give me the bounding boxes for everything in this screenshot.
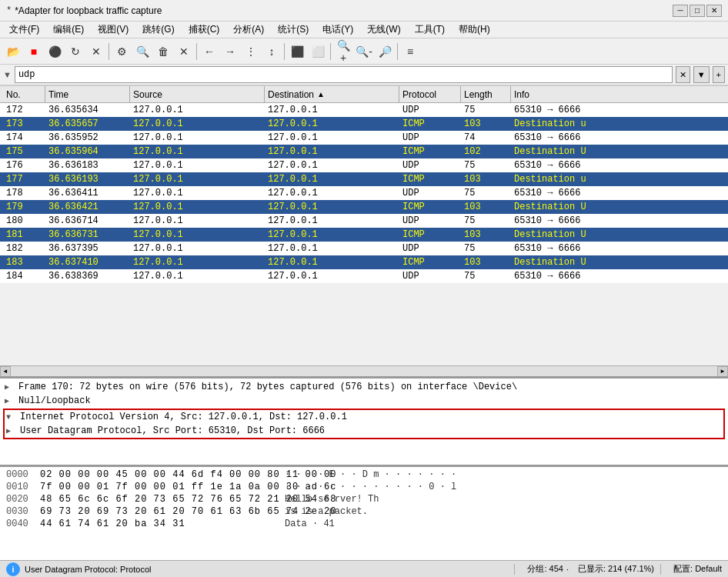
filter-clear-btn[interactable]: ✕ [676, 66, 690, 83]
table-row[interactable]: 18336.637410127.0.0.1127.0.0.1ICMP103Des… [0, 255, 728, 269]
filter-bar: ▼ udp ✕ ▼ + [0, 65, 728, 86]
toolbar-zoom-in[interactable]: 🔍+ [333, 42, 353, 62]
toolbar-btn12[interactable]: ⬜ [308, 42, 328, 62]
packet-list-area: No. Time Source Destination ▲ Protocol L… [0, 86, 728, 379]
menu-item-v[interactable]: 视图(V) [92, 22, 135, 38]
toolbar-btn3[interactable]: ↻ [65, 42, 85, 62]
toolbar-btn6[interactable]: 🔍 [132, 42, 152, 62]
col-header-length[interactable]: Length [461, 86, 511, 102]
toolbar-sep5 [397, 43, 398, 60]
packet-headers: No. Time Source Destination ▲ Protocol L… [0, 86, 728, 103]
status-label: User Datagram Protocol: Protocol [25, 565, 508, 574]
table-row[interactable]: 17636.636183127.0.0.1127.0.0.1UDP7565310… [0, 158, 728, 172]
col-header-info[interactable]: Info [511, 86, 725, 102]
window-title: *Adapter for loopback traffic capture [15, 5, 673, 16]
status-stats1: 分组: 454 [527, 563, 563, 575]
toolbar-save-btn[interactable]: ■ [24, 42, 44, 62]
toolbar-btn10[interactable]: ↕ [262, 42, 282, 62]
status-sep2 [660, 564, 661, 575]
status-stats2: 已显示: 214 (47.1%) [578, 563, 654, 575]
menu-item-t[interactable]: 工具(T) [409, 22, 451, 38]
menu-item-h[interactable]: 帮助(H) [452, 22, 496, 38]
col-header-source[interactable]: Source [130, 86, 265, 102]
toolbar-sep4 [330, 43, 331, 60]
menu-item-c[interactable]: 捕获(C) [182, 22, 226, 38]
status-stats3: 配置: Default [673, 563, 722, 575]
toolbar-zoom-reset[interactable]: 🔎 [375, 42, 395, 62]
menu-item-a[interactable]: 分析(A) [227, 22, 270, 38]
hex-row: 000002 00 00 00 45 00 00 44 6d f4 00 00 … [6, 469, 722, 481]
toolbar-btn7[interactable]: 🗑 [153, 42, 173, 62]
hex-area: 000002 00 00 00 45 00 00 44 6d f4 00 00 … [0, 467, 728, 560]
menu-item-e[interactable]: 编辑(E) [47, 22, 90, 38]
packet-list-scrollbar[interactable]: ◄ ► [0, 365, 728, 376]
toolbar-btn2[interactable]: ⚫ [45, 42, 65, 62]
table-row[interactable]: 18036.636714127.0.0.1127.0.0.1UDP7565310… [0, 214, 728, 228]
table-row[interactable]: 18436.638369127.0.0.1127.0.0.1UDP7565310… [0, 269, 728, 283]
menu-item-y[interactable]: 电话(Y) [316, 22, 359, 38]
expand-icon: ▶ [5, 396, 17, 405]
expand-icon: ▶ [5, 382, 17, 392]
toolbar-btn5[interactable]: ⚙ [112, 42, 132, 62]
window-controls: ─ □ ✕ [673, 5, 722, 17]
hex-row: 004044 61 74 61 20 ba 34 31Data · 41 [6, 518, 722, 530]
scroll-track[interactable] [11, 366, 717, 376]
status-icon: i [6, 562, 20, 576]
col-header-time[interactable]: Time [45, 86, 130, 102]
list-item[interactable]: ▶User Datagram Protocol, Src Port: 65310… [5, 424, 723, 438]
detail-highlighted-group: ▼Internet Protocol Version 4, Src: 127.0… [3, 409, 725, 439]
list-item[interactable]: ▶Frame 170: 72 bytes on wire (576 bits),… [3, 380, 725, 394]
filter-label: ▼ [3, 70, 12, 79]
menu-item-s[interactable]: 统计(S) [272, 22, 315, 38]
list-item[interactable]: ▶Null/Loopback [3, 394, 725, 408]
toolbar-sep2 [196, 43, 197, 60]
status-sep1 [514, 564, 515, 575]
table-row[interactable]: 17336.635657127.0.0.1127.0.0.1ICMP103Des… [0, 117, 728, 131]
table-row[interactable]: 17236.635634127.0.0.1127.0.0.1UDP7565310… [0, 103, 728, 117]
menu-bar: 文件(F)编辑(E)视图(V)跳转(G)捕获(C)分析(A)统计(S)电话(Y)… [0, 22, 728, 38]
table-row[interactable]: 17936.636421127.0.0.1127.0.0.1ICMP103Des… [0, 200, 728, 214]
main-content: No. Time Source Destination ▲ Protocol L… [0, 86, 728, 560]
filter-apply-btn[interactable]: + [713, 66, 725, 83]
toolbar-nav-fwd[interactable]: → [220, 42, 240, 62]
toolbar-btn8[interactable]: ✕ [174, 42, 194, 62]
table-row[interactable]: 17736.636193127.0.0.1127.0.0.1ICMP103Des… [0, 172, 728, 186]
menu-item-f[interactable]: 文件(F) [3, 22, 45, 38]
col-header-protocol[interactable]: Protocol [399, 86, 461, 102]
status-bar: i User Datagram Protocol: Protocol 分组: 4… [0, 560, 728, 577]
expand-icon: ▶ [6, 426, 18, 435]
title-asterisk: * [6, 5, 12, 16]
scroll-left-btn[interactable]: ◄ [0, 366, 11, 377]
close-button[interactable]: ✕ [706, 5, 722, 17]
toolbar-btn13[interactable]: ≡ [400, 42, 420, 62]
scroll-right-btn[interactable]: ► [717, 366, 728, 377]
filter-input[interactable]: udp [15, 66, 673, 83]
table-row[interactable]: 17436.635952127.0.0.1127.0.0.1UDP7465310… [0, 131, 728, 145]
toolbar: 📂 ■ ⚫ ↻ ✕ ⚙ 🔍 🗑 ✕ ← → ⋮ ↕ ⬛ ⬜ 🔍+ 🔍- 🔎 ≡ [0, 38, 728, 65]
toolbar-btn9[interactable]: ⋮ [241, 42, 261, 62]
toolbar-btn4[interactable]: ✕ [86, 42, 106, 62]
detail-area[interactable]: ▶Frame 170: 72 bytes on wire (576 bits),… [0, 379, 728, 467]
toolbar-zoom-out[interactable]: 🔍- [354, 42, 374, 62]
toolbar-sep1 [109, 43, 109, 60]
menu-item-w[interactable]: 无线(W) [361, 22, 406, 38]
title-bar: * *Adapter for loopback traffic capture … [0, 0, 728, 22]
table-row[interactable]: 18136.636731127.0.0.1127.0.0.1ICMP103Des… [0, 228, 728, 242]
table-row[interactable]: 17836.636411127.0.0.1127.0.0.1UDP7565310… [0, 186, 728, 200]
minimize-button[interactable]: ─ [673, 5, 688, 17]
hex-row: 002048 65 6c 6c 6f 20 73 65 72 76 65 72 … [6, 493, 722, 505]
maximize-button[interactable]: □ [690, 5, 705, 17]
toolbar-open-btn[interactable]: 📂 [3, 42, 23, 62]
packet-list[interactable]: 17236.635634127.0.0.1127.0.0.1UDP7565310… [0, 103, 728, 365]
toolbar-btn11[interactable]: ⬛ [287, 42, 307, 62]
list-item[interactable]: ▼Internet Protocol Version 4, Src: 127.0… [5, 410, 723, 424]
table-row[interactable]: 18236.637395127.0.0.1127.0.0.1UDP7565310… [0, 242, 728, 255]
toolbar-nav-back[interactable]: ← [199, 42, 219, 62]
filter-expand-btn[interactable]: ▼ [693, 66, 710, 83]
table-row[interactable]: 17536.635964127.0.0.1127.0.0.1ICMP102Des… [0, 145, 728, 158]
toolbar-sep3 [284, 43, 285, 60]
col-header-destination[interactable]: Destination ▲ [265, 86, 399, 102]
hex-row: 00107f 00 00 01 7f 00 00 01 ff 1e 1a 0a … [6, 481, 722, 493]
menu-item-g[interactable]: 跳转(G) [136, 22, 180, 38]
col-header-no[interactable]: No. [3, 86, 45, 102]
